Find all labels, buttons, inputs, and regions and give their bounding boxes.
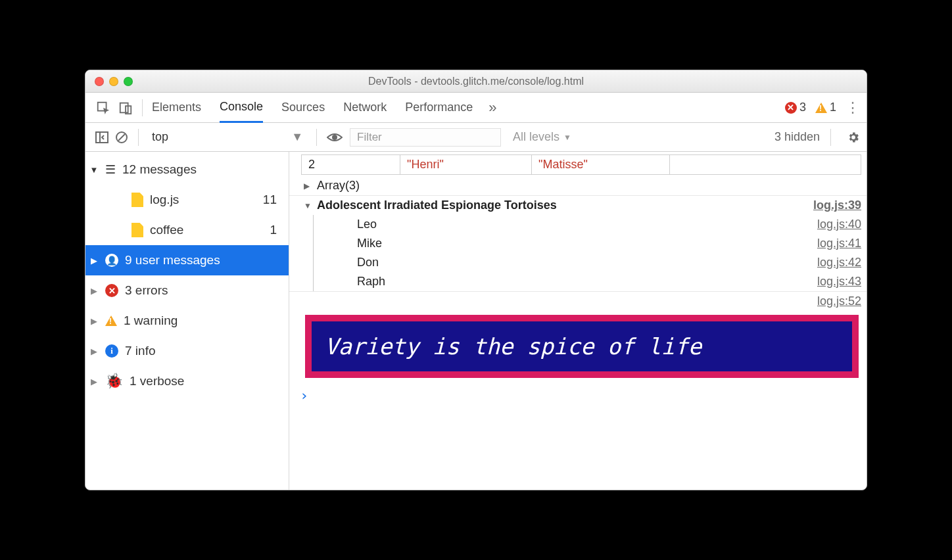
chevron-down-icon: ▼ [304, 201, 313, 210]
tab-performance[interactable]: Performance [405, 93, 473, 122]
log-array[interactable]: ▶ Array(3) [289, 176, 867, 195]
toggle-device-icon[interactable] [114, 97, 137, 119]
log-line[interactable]: Mike log.js:41 [313, 234, 867, 253]
console-settings-icon[interactable] [847, 131, 860, 144]
toggle-sidebar-icon[interactable] [92, 126, 112, 149]
warning-count-value: 1 [830, 101, 836, 114]
error-icon: ✕ [105, 284, 118, 297]
separator [142, 99, 143, 116]
table-cell: "Henri" [400, 155, 532, 174]
error-count-value: 3 [799, 101, 806, 114]
sidebar-errors[interactable]: ▶ ✕ 3 errors [85, 275, 289, 306]
chevron-down-icon: ▼ [563, 133, 571, 142]
table-cell-index: 2 [302, 155, 400, 174]
svg-rect-1 [120, 103, 128, 112]
source-link[interactable]: log.js:41 [817, 237, 861, 250]
log-text: Mike [357, 237, 382, 250]
error-count[interactable]: ✕ 3 [785, 101, 806, 114]
clear-console-icon[interactable] [112, 126, 131, 149]
sidebar-messages[interactable]: ▼ ☰ 12 messages [85, 154, 289, 185]
bug-icon: 🐞 [105, 374, 123, 388]
sidebar-verbose[interactable]: ▶ 🐞 1 verbose [85, 366, 289, 396]
log-text: Raph [357, 275, 385, 289]
user-icon: 👤 [105, 254, 118, 267]
context-selector[interactable]: top ▼ [145, 130, 310, 144]
console-body: ▼ ☰ 12 messages log.js 11 coffee 1 ▶ 👤 9… [85, 152, 867, 490]
table-row[interactable]: 2 "Henri" "Matisse" [301, 154, 861, 175]
sidebar-file-coffee[interactable]: coffee 1 [85, 215, 289, 245]
file-name: log.js [150, 193, 179, 207]
source-link[interactable]: log.js:52 [817, 294, 861, 308]
sidebar-errors-label: 3 errors [125, 283, 168, 298]
separator [138, 129, 139, 146]
log-text: Array(3) [317, 179, 360, 193]
filter-input[interactable]: Filter [350, 128, 501, 147]
warning-icon [815, 103, 827, 113]
file-name: coffee [150, 223, 183, 237]
list-icon: ☰ [105, 162, 116, 177]
sidebar-messages-label: 12 messages [122, 162, 197, 177]
separator [830, 129, 831, 146]
file-icon [131, 193, 143, 207]
console-output: 2 "Henri" "Matisse" ▶ Array(3) ▼ Adolesc… [289, 152, 867, 490]
log-line[interactable]: Raph log.js:43 [313, 272, 867, 291]
more-menu-icon[interactable]: ⋮ [845, 99, 860, 116]
sidebar-warnings[interactable]: ▶ 1 warning [85, 306, 289, 336]
sidebar-warnings-label: 1 warning [124, 314, 178, 328]
source-link[interactable]: log.js:40 [817, 218, 861, 231]
chevron-right-icon: ▶ [89, 346, 99, 356]
devtools-window: DevTools - devtools.glitch.me/console/lo… [85, 70, 867, 490]
console-toolbar: top ▼ Filter All levels ▼ 3 hidden [85, 123, 867, 152]
levels-label: All levels [513, 130, 559, 144]
group-title: Adolescent Irradiated Espionage Tortoise… [317, 198, 557, 212]
console-sidebar: ▼ ☰ 12 messages log.js 11 coffee 1 ▶ 👤 9… [85, 152, 289, 490]
file-count: 11 [263, 193, 282, 207]
chevron-right-icon: ▶ [89, 377, 99, 386]
file-count: 1 [270, 223, 282, 237]
tab-elements[interactable]: Elements [152, 93, 201, 122]
sidebar-user-label: 9 user messages [125, 253, 220, 268]
hidden-count[interactable]: 3 hidden [774, 130, 824, 144]
log-line[interactable]: log.js:52 [289, 291, 867, 311]
chevron-down-icon: ▼ [291, 130, 303, 144]
chevron-down-icon: ▼ [89, 165, 99, 175]
log-group-header[interactable]: ▼ Adolescent Irradiated Espionage Tortoi… [289, 195, 867, 215]
log-levels-selector[interactable]: All levels ▼ [513, 130, 571, 144]
sidebar-user-messages[interactable]: ▶ 👤 9 user messages [85, 245, 289, 275]
panel-tabbar: Elements Console Sources Network Perform… [85, 93, 867, 123]
more-tabs-icon[interactable]: » [488, 99, 496, 116]
chevron-right-icon: ▶ [89, 256, 99, 266]
console-prompt[interactable]: › [289, 382, 867, 409]
warning-count[interactable]: 1 [815, 101, 836, 114]
separator [316, 129, 317, 146]
chevron-right-icon: ▶ [304, 181, 313, 191]
window-title: DevTools - devtools.glitch.me/console/lo… [85, 76, 867, 87]
live-expression-icon[interactable] [325, 126, 345, 149]
sidebar-info-label: 7 info [125, 344, 155, 358]
table-cell: "Matisse" [532, 155, 670, 174]
tab-network[interactable]: Network [343, 93, 387, 122]
chevron-right-icon: ▶ [89, 316, 99, 326]
titlebar: DevTools - devtools.glitch.me/console/lo… [85, 70, 867, 93]
filter-placeholder: Filter [357, 131, 382, 144]
source-link[interactable]: log.js:43 [817, 275, 861, 289]
svg-point-7 [333, 135, 337, 139]
tab-sources[interactable]: Sources [281, 93, 325, 122]
svg-line-6 [118, 134, 125, 141]
inspect-element-icon[interactable] [92, 97, 114, 119]
source-link[interactable]: log.js:42 [817, 256, 861, 269]
log-line[interactable]: Leo log.js:40 [313, 215, 867, 234]
error-icon: ✕ [785, 102, 797, 114]
log-line[interactable]: Don log.js:42 [313, 253, 867, 272]
file-icon [131, 223, 143, 237]
sidebar-file-logjs[interactable]: log.js 11 [85, 185, 289, 215]
sidebar-verbose-label: 1 verbose [130, 374, 184, 388]
tab-console[interactable]: Console [220, 93, 263, 123]
log-text: Leo [357, 218, 377, 231]
panel-tabs: Elements Console Sources Network Perform… [152, 93, 473, 122]
source-link[interactable]: log.js:39 [813, 198, 861, 212]
info-icon: i [105, 344, 118, 358]
chevron-right-icon: ▶ [89, 286, 99, 296]
table-cell [670, 155, 861, 174]
sidebar-info[interactable]: ▶ i 7 info [85, 336, 289, 366]
